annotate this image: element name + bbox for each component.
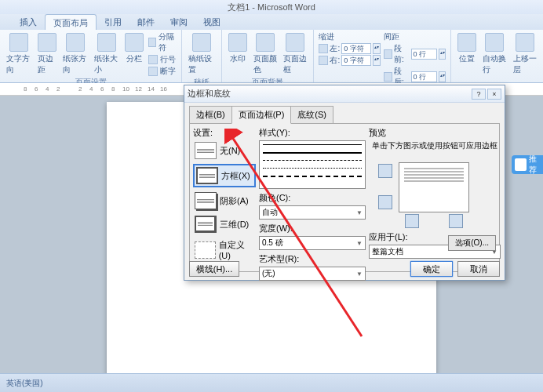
setting-custom[interactable]: 自定义(U): [193, 238, 256, 262]
help-button[interactable]: ?: [472, 89, 486, 100]
width-label: 宽度(W):: [259, 223, 366, 234]
ribbon-tabstrip: 插入 页面布局 引用 邮件 审阅 视图: [0, 14, 543, 30]
indent-left-input[interactable]: 0 字符: [341, 43, 371, 54]
share-icon: [515, 158, 527, 171]
chevron-down-icon: ▼: [356, 240, 363, 247]
border-bottom-button[interactable]: [378, 195, 392, 209]
dialog-titlebar: 边框和底纹 ? ×: [184, 85, 505, 103]
setting-shadow[interactable]: 阴影(A): [193, 191, 256, 211]
ribbon: 文字方向 页边距 纸张方向 纸张大小 分栏 分隔符 行号 断字 页面设置 稿纸设…: [0, 30, 543, 83]
spinner-buttons[interactable]: ▴▾: [439, 71, 446, 82]
border-left-button[interactable]: [405, 214, 419, 228]
group-page-setup: 文字方向 页边距 纸张方向 纸张大小 分栏 分隔符 行号 断字 页面设置: [0, 30, 182, 82]
ok-button[interactable]: 确定: [410, 261, 453, 277]
wrap-text-button[interactable]: 自动换行: [481, 31, 508, 77]
indent-right-input[interactable]: 0 字符: [341, 55, 371, 66]
style-label: 样式(Y):: [259, 127, 366, 139]
indent-right-icon: [319, 56, 328, 65]
options-button[interactable]: 选项(O)...: [448, 235, 496, 251]
spinner-buttons[interactable]: ▴▾: [373, 55, 381, 66]
art-select[interactable]: (无)▼: [259, 267, 366, 281]
line-numbers-button[interactable]: 行号: [148, 54, 177, 65]
border-right-button[interactable]: [449, 214, 463, 228]
dialog-tab-shading[interactable]: 底纹(S): [290, 106, 333, 124]
text-direction-button[interactable]: 文字方向: [5, 31, 33, 77]
window-title: 文档1 - Microsoft Word: [0, 0, 543, 14]
chevron-down-icon: ▼: [356, 270, 363, 278]
border-top-button[interactable]: [378, 164, 392, 178]
spinner-buttons[interactable]: ▴▾: [439, 49, 446, 60]
dialog-tab-borders[interactable]: 边框(B): [189, 106, 232, 124]
bring-forward-button[interactable]: 上移一层: [512, 31, 538, 77]
page-color-button[interactable]: 页面颜色: [252, 31, 279, 77]
group-manuscript: 稿纸设置 稿纸: [182, 30, 221, 82]
tab-page-layout[interactable]: 页面布局: [45, 14, 97, 30]
page-borders-button[interactable]: 页面边框: [282, 31, 308, 77]
dialog-body: 设置: 无(N) 方框(X) 阴影(A) 三维(D) 自定义(U) 样式(Y):…: [189, 123, 500, 272]
preview-hint: 单击下方图示或使用按钮可应用边框: [369, 140, 501, 151]
margins-button[interactable]: 页边距: [36, 31, 58, 77]
columns-button[interactable]: 分栏: [123, 31, 145, 77]
preview-label: 预览: [369, 127, 501, 139]
setting-3d[interactable]: 三维(D): [193, 214, 256, 234]
watermark-button[interactable]: 水印: [227, 31, 249, 77]
manuscript-button[interactable]: 稿纸设置: [187, 31, 216, 77]
tab-insert[interactable]: 插入: [12, 14, 45, 30]
status-lang[interactable]: 英语(美国): [6, 378, 43, 389]
cancel-button[interactable]: 取消: [457, 261, 500, 277]
statusbar: 英语(美国): [0, 373, 543, 392]
size-button[interactable]: 纸张大小: [93, 31, 121, 77]
preview-page: [399, 162, 469, 212]
indent-left-icon: [319, 44, 328, 53]
position-button[interactable]: 位置: [456, 31, 478, 77]
close-button[interactable]: ×: [487, 89, 501, 100]
breaks-button[interactable]: 分隔符: [148, 31, 177, 53]
width-select[interactable]: 0.5 磅▼: [259, 236, 366, 250]
tab-references[interactable]: 引用: [97, 14, 129, 30]
spinner-buttons[interactable]: ▴▾: [373, 43, 381, 54]
style-listbox[interactable]: [259, 140, 366, 189]
settings-label: 设置:: [193, 127, 256, 139]
horizontal-line-button[interactable]: 横线(H)...: [189, 261, 239, 277]
spacing-before-input[interactable]: 0 行: [411, 49, 438, 60]
orientation-button[interactable]: 纸张方向: [61, 31, 89, 77]
borders-shading-dialog: 边框和底纹 ? × 边框(B) 页面边框(P) 底纹(S) 设置: 无(N) 方…: [184, 85, 505, 281]
group-page-bg: 水印 页面颜色 页面边框 页面背景: [222, 30, 315, 82]
color-label: 颜色(C):: [259, 192, 366, 204]
dialog-tab-page-border[interactable]: 页面边框(P): [231, 106, 292, 124]
side-widget[interactable]: 推荐: [512, 155, 543, 174]
tab-mailings[interactable]: 邮件: [129, 14, 162, 30]
tab-view[interactable]: 视图: [195, 14, 228, 30]
after-icon: [384, 72, 392, 82]
group-paragraph: 缩进 左:0 字符▴▾ 右:0 字符▴▾ 间距 段前:0 行▴▾ 段后:0 行▴…: [314, 30, 451, 82]
chevron-down-icon: ▼: [356, 209, 363, 216]
color-select[interactable]: 自动▼: [259, 205, 366, 220]
setting-none[interactable]: 无(N): [193, 140, 256, 161]
setting-box[interactable]: 方框(X): [193, 164, 256, 187]
art-label: 艺术型(R):: [259, 253, 366, 265]
group-arrange: 位置 自动换行 上移一层: [451, 30, 543, 82]
tab-review[interactable]: 审阅: [162, 14, 195, 30]
before-icon: [384, 49, 392, 59]
spacing-after-input[interactable]: 0 行: [411, 71, 438, 82]
hyphenation-button[interactable]: 断字: [148, 66, 177, 77]
